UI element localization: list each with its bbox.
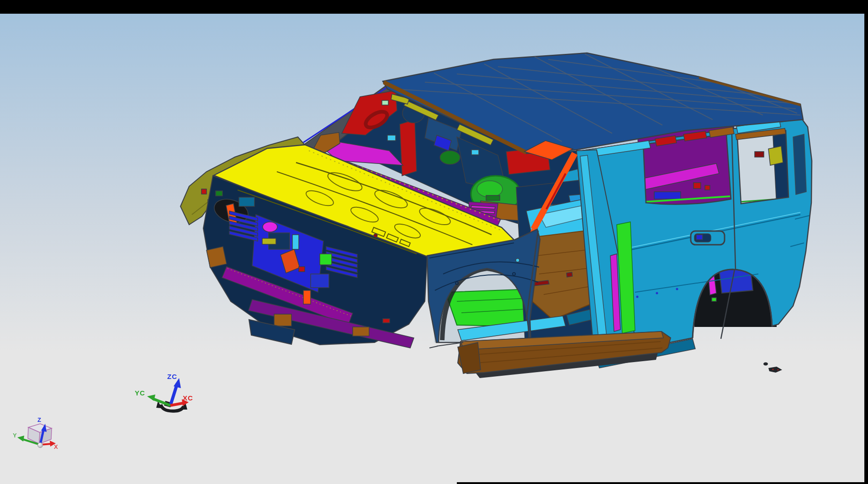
- front-cyan-post[interactable]: [292, 235, 299, 249]
- front-magenta-part[interactable]: [263, 222, 277, 232]
- rear-green-bit[interactable]: [712, 298, 716, 301]
- quarter-olive-bracket[interactable]: [768, 146, 783, 165]
- front-copper-bracket[interactable]: [206, 247, 227, 268]
- frame-bar-bottom: [457, 482, 868, 484]
- window-red-bracket[interactable]: [705, 185, 710, 190]
- dash-red-bracket[interactable]: [400, 120, 417, 176]
- frame-bar-right: [864, 0, 868, 484]
- csys-origin-sphere[interactable]: [38, 443, 43, 448]
- window-red-bracket[interactable]: [693, 183, 701, 189]
- front-copper-bit[interactable]: [274, 314, 291, 326]
- wcs-x-label: XC: [183, 394, 193, 402]
- cowl-green-part[interactable]: [486, 195, 500, 200]
- front-yellow-bracket[interactable]: [262, 238, 276, 244]
- quarter-trim-blue[interactable]: [654, 192, 681, 199]
- front-green-bracket[interactable]: [320, 254, 332, 265]
- front-red-clip[interactable]: [383, 319, 390, 323]
- left-fender-red-clip[interactable]: [201, 189, 206, 194]
- front-orange-post[interactable]: [303, 290, 311, 304]
- interior-cyan-clip[interactable]: [387, 135, 396, 141]
- apillar-mint-tab[interactable]: [382, 100, 388, 105]
- front-teal-part[interactable]: [239, 197, 254, 206]
- abs-x-label: X: [54, 443, 58, 450]
- wcs-z-label: ZC: [167, 373, 177, 380]
- wcs-y-label: YC: [135, 389, 145, 397]
- front-green-clip[interactable]: [216, 191, 222, 196]
- hood-latch-dot: [374, 234, 377, 237]
- fender-cyan-grommet: [516, 258, 519, 262]
- frame-bar-top: [0, 0, 868, 14]
- abs-z-label: Z: [37, 416, 41, 423]
- front-red-clip[interactable]: [299, 267, 305, 272]
- front-blue-box[interactable]: [311, 274, 329, 288]
- front-copper-bit[interactable]: [353, 327, 369, 336]
- cad-viewport[interactable]: ZC YC XC Z Y X: [0, 0, 868, 484]
- dpillar-navy-streak[interactable]: [793, 134, 806, 195]
- door-handle-blue-glint: [696, 235, 703, 240]
- interior-green-part[interactable]: [440, 151, 460, 164]
- abs-y-label: Y: [13, 432, 17, 439]
- interior-cyan-clip[interactable]: [471, 150, 479, 155]
- debris-red-speck: [778, 369, 779, 371]
- debris-dot[interactable]: [763, 363, 768, 366]
- quarter-red-bit[interactable]: [755, 152, 764, 157]
- debris-red-speck: [772, 368, 773, 370]
- door-handle[interactable]: [691, 231, 725, 245]
- wheelhouse-green-highlight: [477, 181, 503, 197]
